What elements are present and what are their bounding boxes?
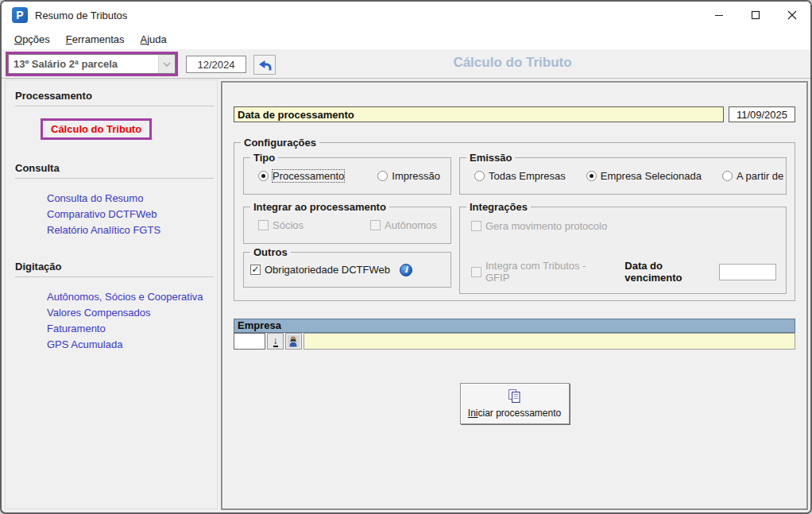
radio-a-partir-de[interactable]: A partir de: [722, 170, 783, 182]
close-button[interactable]: [774, 2, 810, 29]
group-integrar-ao-processamento: Integrar ao processamento Sócios Autônom…: [243, 207, 451, 244]
radio-selected-icon: [258, 171, 269, 181]
menu-ajuda[interactable]: Ajuda: [133, 31, 175, 48]
checkbox-socios: Sócios: [258, 219, 304, 231]
info-icon[interactable]: i: [400, 264, 412, 276]
app-logo-letter: P: [16, 9, 23, 21]
sidebar-item-valores-compensados[interactable]: Valores Compensados: [47, 305, 217, 321]
maximize-button[interactable]: [737, 2, 774, 29]
sidebar-item-relatorio-analitico-fgts[interactable]: Relatório Analítico FGTS: [47, 222, 217, 238]
radio-impressao[interactable]: Impressão: [377, 170, 440, 182]
checkbox-checked-icon: [250, 265, 261, 275]
sidebar-item-gps-acumulada[interactable]: GPS Acumulada: [47, 337, 217, 353]
sidebar-item-calculo-do-tributo[interactable]: Cálculo do Tributo: [41, 118, 152, 140]
radio-selected-icon: [586, 171, 597, 181]
period-type-value: 13º Salário 2ª parcela: [9, 58, 158, 70]
group-integracoes-label: Integrações: [466, 201, 531, 213]
group-tipo-label: Tipo: [250, 152, 278, 164]
toolbar: 13º Salário 2ª parcela Cálculo do Tribut…: [2, 49, 810, 79]
sidebar-section-consulta: Consulta: [15, 162, 217, 174]
checkbox-unchecked-icon: [471, 267, 481, 277]
menu-ferramentas[interactable]: Ferramentas: [58, 31, 133, 48]
radio-unselected-icon: [474, 171, 485, 181]
group-configuracoes-label: Configurações: [241, 137, 319, 149]
empresa-header: Empresa: [234, 319, 795, 333]
empresa-search-person-button[interactable]: [285, 333, 302, 350]
chevron-down-icon[interactable]: [158, 55, 175, 73]
checkbox-unchecked-icon: [370, 220, 381, 230]
minimize-button[interactable]: [701, 2, 737, 29]
start-processing-button[interactable]: Iniciar processamento: [460, 383, 570, 424]
empresa-row: ↓: [234, 333, 795, 350]
group-outros-label: Outros: [250, 246, 291, 258]
group-tipo: Tipo Processamento Impressão: [243, 157, 451, 195]
divider: [15, 178, 214, 179]
app-window: P Resumo de Tributos Opções Ferramentas …: [0, 0, 812, 514]
checkbox-integra-com-tributos-gfip: Integra com Tributos - GFIP: [471, 260, 599, 284]
close-icon: [787, 10, 797, 20]
checkbox-unchecked-icon: [471, 221, 481, 231]
sidebar-item-faturamento[interactable]: Faturamento: [47, 321, 217, 337]
radio-processamento[interactable]: Processamento: [258, 170, 344, 182]
divider: [15, 276, 214, 277]
menu-bar: Opções Ferramentas Ajuda: [2, 29, 810, 49]
title-bar: P Resumo de Tributos: [2, 2, 810, 29]
processing-date-input[interactable]: [729, 106, 795, 122]
page-title: Cálculo do Tributo: [221, 55, 804, 71]
radio-unselected-icon: [722, 171, 733, 181]
sidebar-section-digitacao: Digitação: [15, 261, 217, 272]
sidebar-item-autonomos-socios-cooperativa[interactable]: Autônomos, Sócios e Cooperativa: [47, 289, 217, 305]
checkbox-gera-movimento-protocolo: Gera movimento protocolo: [471, 220, 776, 232]
main-panel: Data de processamento Configurações Tipo…: [221, 81, 808, 510]
empresa-dropdown-button[interactable]: ↓: [267, 333, 284, 350]
group-integracoes: Integrações Gera movimento protocolo Int…: [459, 207, 787, 294]
radio-todas-empresas[interactable]: Todas Empresas: [474, 170, 566, 182]
maximize-icon: [751, 10, 760, 20]
group-integrar-label: Integrar ao processamento: [250, 201, 389, 213]
person-icon: [288, 335, 300, 347]
group-emissao: Emissão Todas Empresas Empresa Seleciona…: [459, 157, 787, 195]
sidebar: Processamento Cálculo do Tributo Consult…: [5, 79, 218, 509]
window-title: Resumo de Tributos: [35, 10, 127, 21]
app-logo-icon: P: [12, 7, 28, 23]
period-type-select[interactable]: 13º Salário 2ª parcela: [8, 54, 176, 74]
window-controls: [701, 2, 810, 29]
empresa-code-input[interactable]: [234, 333, 265, 350]
checkbox-autonomos: Autônomos: [370, 219, 437, 231]
data-do-vencimento-input[interactable]: [719, 264, 776, 280]
start-processing-label: Iniciar processamento: [468, 408, 561, 419]
minimize-icon: [714, 10, 724, 20]
radio-unselected-icon: [377, 171, 388, 181]
processing-date-label: Data de processamento: [234, 106, 724, 122]
checkbox-unchecked-icon: [258, 220, 269, 230]
copy-pages-icon: [507, 388, 522, 404]
sidebar-item-consulta-do-resumo[interactable]: Consulta do Resumo: [47, 191, 217, 207]
sidebar-item-comparativo-dctfweb[interactable]: Comparativo DCTFWeb: [47, 207, 217, 222]
group-emissao-label: Emissão: [466, 152, 515, 164]
processing-date-row: Data de processamento: [234, 106, 795, 122]
sidebar-section-processamento: Processamento: [15, 90, 217, 102]
radio-empresa-selecionada[interactable]: Empresa Selecionada: [586, 170, 702, 182]
group-outros: Outros Obrigatoriedade DCTFWeb i: [243, 252, 451, 288]
empresa-name-input[interactable]: [304, 333, 795, 350]
data-do-vencimento-label: Data do vencimento: [624, 260, 713, 284]
menu-opcoes[interactable]: Opções: [6, 31, 58, 48]
checkbox-obrigatoriedade-dctfweb[interactable]: Obrigatoriedade DCTFWeb: [250, 264, 390, 276]
arrow-down-icon: ↓: [273, 336, 278, 347]
group-configuracoes: Configurações Tipo Processamento Impr: [234, 142, 795, 301]
